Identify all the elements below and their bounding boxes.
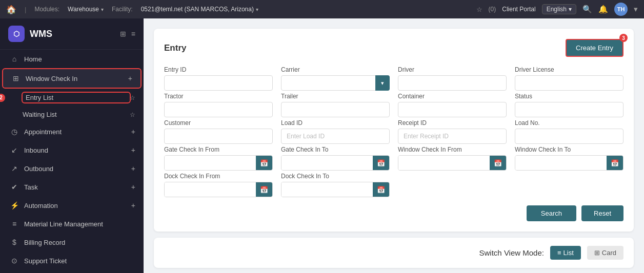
language-selector[interactable]: English ▾ [542,4,576,14]
task-plus-icon[interactable]: + [131,183,135,191]
grid-icon[interactable]: ⊞ [120,30,126,38]
sidebar-item-automation[interactable]: ⚡ Automation + [0,196,144,215]
sidebar-item-inbound[interactable]: ↙ Inbound + [0,141,144,159]
reset-button[interactable]: Reset [581,205,623,221]
receipt-id-input[interactable] [398,129,507,144]
sidebar-item-waiting-list[interactable]: Waiting List ☆ [0,107,144,122]
customer-input[interactable] [164,129,273,144]
dock-check-in-from-field: Dock Check In From 📅 [164,173,273,197]
dock-check-in-from-calendar-icon[interactable]: 📅 [256,182,272,197]
switch-view-label: Switch View Mode: [479,248,544,257]
sidebar-item-settings[interactable]: ⚙ Settings [0,270,144,273]
status-field: Status [515,93,623,117]
sidebar-item-material-line[interactable]: ≡ Material Line Management [0,215,144,233]
waiting-list-star-icon[interactable]: ☆ [130,111,135,118]
entry-list-star-icon[interactable]: ☆ [130,94,135,101]
customer-field: Customer [164,119,273,144]
avatar-chevron-icon[interactable]: ▾ [634,5,638,14]
step2-badge: 2 [0,94,5,102]
facility-dropdown[interactable]: 0521@teml.net (SAN MARCOS, Arizona) ▾ [141,6,258,13]
dock-check-in-from-input[interactable] [165,182,256,197]
list-view-icon: ≡ [557,249,561,257]
tractor-label: Tractor [164,93,273,100]
carrier-wrapper: ▾ [281,75,390,91]
outbound-plus-icon[interactable]: + [131,164,135,173]
window-check-in-to-label: Window Check In To [515,146,623,153]
driver-license-label: Driver License [515,66,623,73]
window-check-in-from-calendar-icon[interactable]: 📅 [490,156,506,170]
driver-input[interactable] [398,75,507,91]
gate-check-in-to-calendar-icon[interactable]: 📅 [373,156,389,170]
inbound-plus-icon[interactable]: + [131,146,135,154]
window-check-in-icon: ⊞ [11,74,21,82]
window-check-in-from-field: Window Check In From 📅 [398,146,507,171]
sidebar-item-home[interactable]: ⌂ Home [0,50,144,68]
search-icon[interactable]: 🔍 [582,5,592,14]
sidebar-item-entry-list[interactable]: 2 Entry List ☆ [0,89,144,107]
main-layout: ⬡ WMS ⊞ ≡ ⌂ Home ⊞ Window Check In + 2 E… [0,18,644,273]
window-check-in-to-calendar-icon[interactable]: 📅 [607,156,623,170]
outbound-icon: ↗ [10,164,19,173]
form-row-5: Dock Check In From 📅 Dock Check In To 📅 [164,173,623,197]
home-icon[interactable]: 🏠 [6,5,16,14]
load-id-input[interactable] [281,129,390,144]
load-no-input[interactable] [515,129,623,144]
window-check-in-from-input[interactable] [398,156,490,170]
sidebar-item-outbound[interactable]: ↗ Outbound + [0,159,144,178]
entry-title: Entry [164,43,186,53]
sidebar-item-support[interactable]: ⊙ Support Ticket [0,251,144,270]
client-portal-link[interactable]: Client Portal [502,6,535,13]
dock-check-in-to-wrapper: 📅 [281,182,390,197]
trailer-label: Trailer [281,93,390,100]
tractor-input[interactable] [164,102,273,117]
customer-label: Customer [164,119,273,127]
load-id-field: Load ID [281,119,390,144]
sidebar-item-window-check-in[interactable]: ⊞ Window Check In + [3,69,140,88]
gate-check-in-to-field: Gate Check In To 📅 [281,146,390,171]
entry-id-input[interactable] [164,75,273,91]
automation-plus-icon[interactable]: + [131,201,135,209]
gate-check-in-from-input[interactable] [165,156,256,170]
sidebar-item-appointment[interactable]: ◷ Appointment + [0,122,144,141]
home-nav-icon: ⌂ [10,55,19,63]
favorites-star-icon[interactable]: ☆ [476,6,482,13]
driver-license-input[interactable] [515,75,623,91]
sidebar-item-billing[interactable]: $ Billing Record [0,233,144,251]
bell-icon[interactable]: 🔔 [598,5,608,14]
carrier-select[interactable] [281,75,390,91]
gate-check-in-from-calendar-icon[interactable]: 📅 [256,156,272,170]
avatar[interactable]: TH [614,3,628,16]
support-icon: ⊙ [10,257,19,265]
sidebar-item-task[interactable]: ✔ Task + [0,178,144,196]
content-area: Entry 3 Create Entry Entry ID Carrier ▾ [144,18,644,273]
create-entry-button[interactable]: Create Entry [566,39,623,57]
form-actions: Search Reset [164,205,623,221]
receipt-id-field: Receipt ID [398,119,507,144]
gate-check-in-from-field: Gate Check In From 📅 [164,146,273,171]
trailer-input[interactable] [281,102,390,117]
window-check-in-to-input[interactable] [515,156,607,170]
card-view-button[interactable]: ⊞ Card [587,246,623,260]
logo-icon: ⬡ [8,26,25,42]
window-check-in-plus-icon[interactable]: + [128,74,132,82]
entry-card: Entry 3 Create Entry Entry ID Carrier ▾ [154,29,634,232]
appointment-icon: ◷ [10,128,19,136]
facility-chevron-icon: ▾ [256,7,258,12]
driver-license-field: Driver License [515,66,623,91]
modules-dropdown[interactable]: Warehouse ▾ [68,6,104,13]
load-no-label: Load No. [515,119,623,127]
inbound-icon: ↙ [10,146,19,154]
gate-check-in-to-input[interactable] [281,156,373,170]
list-view-button[interactable]: ≡ List [550,246,581,260]
step3-badge: 3 [619,34,628,42]
dock-check-in-to-calendar-icon[interactable]: 📅 [373,182,389,197]
search-button[interactable]: Search [527,205,576,221]
container-input[interactable] [398,102,507,117]
menu-icon[interactable]: ≡ [131,30,135,38]
appointment-plus-icon[interactable]: + [131,128,135,136]
entry-header: Entry 3 Create Entry [164,39,623,57]
dock-check-in-to-input[interactable] [281,182,373,197]
form-row-1: Entry ID Carrier ▾ Driver Driver License [164,66,623,91]
top-nav: 🏠 | Modules: Warehouse ▾ Facility: 0521@… [0,0,644,18]
status-input[interactable] [515,102,623,117]
